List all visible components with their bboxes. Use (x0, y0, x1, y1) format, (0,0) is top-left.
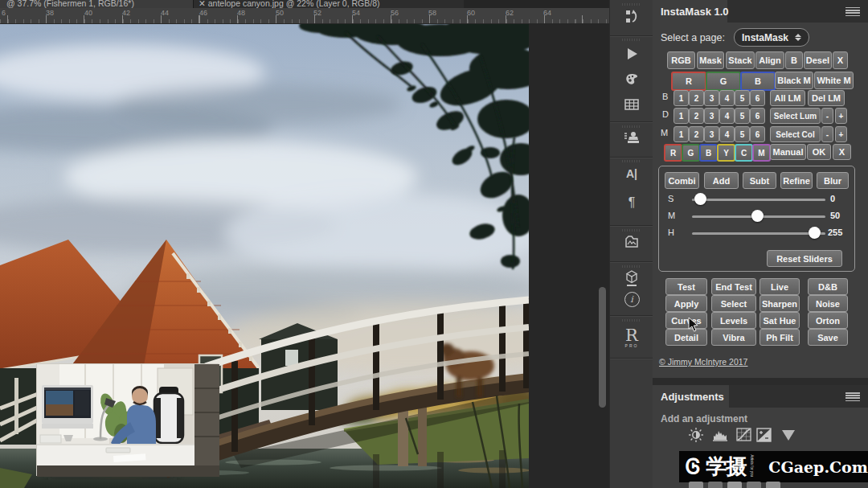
clone-stamp-icon[interactable] (610, 129, 653, 147)
select-col-button[interactable]: Select Col (770, 126, 821, 142)
history-icon[interactable] (610, 8, 653, 26)
3d-cube-icon[interactable] (610, 269, 653, 287)
darks-3[interactable]: 3 (704, 108, 719, 124)
mids-2[interactable]: 2 (689, 126, 704, 142)
color-b-button[interactable]: B (699, 144, 718, 162)
del-lm-button[interactable]: Del LM (808, 90, 845, 106)
sharpen-button[interactable]: Sharpen (760, 295, 800, 312)
lum-plus-button[interactable]: + (835, 108, 847, 124)
brights-5[interactable]: 5 (735, 90, 750, 106)
adjustment-preset-tile[interactable] (689, 482, 703, 488)
close-icon[interactable]: ✕ (199, 0, 206, 8)
stack-button[interactable]: Stack (726, 51, 755, 69)
adjustment-preset-tile[interactable] (747, 482, 761, 488)
apply-button[interactable]: Apply (665, 295, 707, 312)
b-button[interactable]: B (785, 51, 803, 69)
brights-4[interactable]: 4 (719, 90, 735, 106)
mids-3[interactable]: 3 (704, 126, 719, 142)
vibra-button[interactable]: Vibra (711, 329, 756, 346)
desel-button[interactable]: Desel (804, 51, 832, 69)
character-panel-icon[interactable]: A| (610, 164, 653, 183)
curves-button[interactable]: Curves (665, 312, 707, 329)
x-button[interactable]: X (833, 51, 848, 69)
adjustment-preset-tile[interactable] (708, 482, 723, 488)
paragraph-panel-icon[interactable]: ¶ (610, 193, 653, 212)
end-test-button[interactable]: End Test (711, 278, 756, 295)
all-lm-button[interactable]: All LM (770, 90, 805, 106)
info-icon[interactable]: i (610, 290, 653, 308)
darks-5[interactable]: 5 (735, 108, 750, 124)
shadows-slider-track[interactable] (692, 199, 825, 201)
adjustment-preset-tile[interactable] (766, 482, 780, 488)
libraries-icon[interactable] (610, 233, 653, 251)
red-channel-button[interactable]: R (671, 72, 706, 91)
color-g-button[interactable]: G (682, 144, 700, 162)
shadows-slider-thumb[interactable] (694, 193, 706, 205)
sat-hue-button[interactable]: Sat Hue (760, 312, 800, 329)
brights-1[interactable]: 1 (674, 90, 689, 106)
mids-1[interactable]: 1 (674, 126, 689, 142)
exposure-icon[interactable] (755, 427, 773, 446)
brights-3[interactable]: 3 (704, 90, 719, 106)
copyright-link[interactable]: © Jimmy McIntyre 2017 (659, 357, 747, 367)
col-plus-button[interactable]: + (835, 126, 847, 142)
actions-play-icon[interactable] (610, 45, 653, 63)
green-channel-button[interactable]: G (706, 72, 741, 91)
live-button[interactable]: Live (760, 278, 800, 295)
mids-4[interactable]: 4 (719, 126, 735, 142)
midtones-slider-thumb[interactable] (751, 210, 764, 222)
color-m-button[interactable]: M (752, 144, 771, 162)
ok-button[interactable]: OK (807, 144, 831, 160)
pip-video[interactable] (36, 363, 219, 476)
vibrance-icon[interactable] (780, 427, 797, 446)
swatches-palette-icon[interactable] (610, 71, 653, 88)
doc-tab-antelope[interactable]: ✕ antelope canyon.jpg @ 22% (Layer 0, RG… (193, 0, 464, 8)
levels-button[interactable]: Levels (711, 312, 756, 329)
noise-button[interactable]: Noise (808, 295, 848, 312)
mids-5[interactable]: 5 (735, 126, 750, 142)
adjustment-preset-tile[interactable] (727, 482, 742, 488)
blue-channel-button[interactable]: B (740, 72, 776, 91)
align-button[interactable]: Align (755, 51, 784, 69)
ph-filt-button[interactable]: Ph Filt (760, 329, 800, 346)
cancel-x-button[interactable]: X (833, 144, 851, 160)
blur-button[interactable]: Blur (817, 172, 849, 189)
levels-icon[interactable] (711, 427, 731, 446)
dandb-button[interactable]: D&B (808, 278, 848, 295)
highlights-slider-track[interactable] (692, 232, 825, 235)
mask-button[interactable]: Mask (697, 51, 724, 69)
save-button[interactable]: Save (808, 329, 848, 346)
brights-6[interactable]: 6 (750, 90, 765, 106)
add-button[interactable]: Add (704, 172, 739, 189)
darks-2[interactable]: 2 (689, 108, 704, 124)
panel-menu-icon[interactable] (845, 392, 860, 401)
doc-tab-fishermen[interactable]: @ 37.7% (Fishermen 1, RGB/16*) (0, 0, 193, 8)
raya-pro-icon[interactable]: R PRO (610, 323, 653, 352)
combi-button[interactable]: Combi (665, 172, 699, 189)
rgb-button[interactable]: RGB (667, 51, 695, 69)
color-c-button[interactable]: C (735, 144, 753, 162)
mids-6[interactable]: 6 (750, 126, 765, 142)
brights-2[interactable]: 2 (689, 90, 704, 106)
color-y-button[interactable]: Y (717, 144, 735, 162)
white-mask-button[interactable]: White M (814, 72, 854, 89)
manual-button[interactable]: Manual (770, 144, 806, 160)
select-lum-button[interactable]: Select Lum (770, 108, 821, 124)
panel-menu-icon[interactable] (845, 7, 860, 16)
lum-minus-button[interactable]: - (821, 108, 833, 124)
black-mask-button[interactable]: Black M (775, 72, 813, 89)
page-select-dropdown[interactable]: InstaMask (734, 28, 809, 47)
refine-button[interactable]: Refine (780, 172, 813, 189)
col-minus-button[interactable]: - (821, 126, 833, 142)
darks-1[interactable]: 1 (674, 108, 689, 124)
subt-button[interactable]: Subt (743, 172, 776, 189)
darks-4[interactable]: 4 (719, 108, 735, 124)
highlights-slider-thumb[interactable] (809, 227, 821, 239)
darks-6[interactable]: 6 (750, 108, 765, 124)
test-button[interactable]: Test (665, 278, 707, 295)
canvas-vertical-scrollbar[interactable] (599, 287, 606, 408)
brightness-contrast-icon[interactable] (687, 427, 705, 446)
detail-button[interactable]: Detail (665, 329, 707, 346)
select-button[interactable]: Select (711, 295, 756, 312)
grid-table-icon[interactable] (610, 96, 653, 113)
